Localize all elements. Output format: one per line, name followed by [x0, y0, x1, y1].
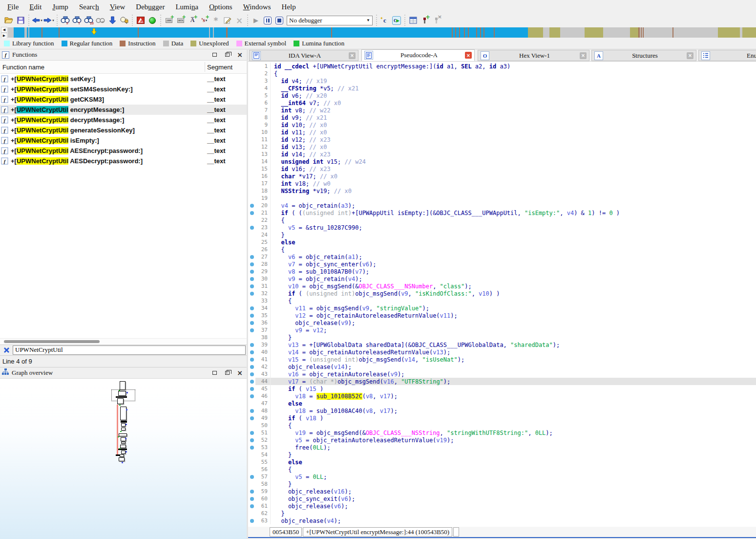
code-line[interactable]: 59 objc_release(v16); [248, 488, 756, 495]
code-line[interactable]: 19 [248, 194, 756, 202]
tab-close-icon[interactable]: × [580, 52, 587, 59]
code-line[interactable]: 25 else [248, 238, 756, 246]
edit-function-icon[interactable] [222, 15, 233, 26]
code-line[interactable]: 24 } [248, 231, 756, 238]
function-filter-input[interactable] [13, 345, 246, 355]
breakpoint-dot[interactable] [250, 350, 254, 354]
code-line[interactable]: 41 v15 = (unsigned int)objc_msgSend(v14,… [248, 356, 756, 363]
code-line[interactable]: 4 __CFString *v5; // x21 [248, 85, 756, 92]
breakpoint-dot[interactable] [250, 328, 254, 332]
maximize-icon[interactable] [210, 369, 219, 377]
breakpoint-dot[interactable] [250, 409, 254, 413]
tab-structures[interactable]: AStructures× [591, 50, 696, 61]
pseudocode-view[interactable]: 1id __cdecl +[UPWNetCryptUtil encryptMes… [248, 62, 756, 527]
function-row[interactable]: f+[UPWNetCryptUtil decryptMessage:]__tex… [0, 115, 247, 125]
gutter[interactable] [248, 284, 255, 288]
nav-forward-icon[interactable]: ▾ [43, 15, 54, 26]
scrollbar-thumb[interactable] [4, 340, 100, 343]
breakpoint-dot[interactable] [250, 277, 254, 281]
debug-stop-icon[interactable] [274, 15, 285, 26]
code-line[interactable]: 23 v5 = &stru_10287C990; [248, 224, 756, 231]
breakpoint-dot[interactable] [250, 519, 254, 523]
function-row[interactable]: f+[UPWNetCryptUtil setKey:]__text [0, 74, 247, 84]
code-line[interactable]: 53 free(0LL); [248, 444, 756, 451]
graph-overview-minimap[interactable] [0, 379, 247, 539]
tab-ida-view-a[interactable]: IDA View-A× [249, 50, 358, 61]
code-line[interactable]: 26 { [248, 246, 756, 253]
code-line[interactable]: 10 id v11; // x0 [248, 129, 756, 136]
code-line[interactable]: 47 else [248, 400, 756, 407]
breakpoint-dot[interactable] [250, 343, 254, 347]
tab-hex-view-1[interactable]: OHex View-1× [478, 50, 589, 61]
menu-lumina[interactable]: Lumina [170, 1, 204, 13]
gutter[interactable] [248, 211, 255, 215]
menu-help[interactable]: Help [276, 1, 301, 13]
debugger-select[interactable]: No debugger▼ [287, 16, 373, 25]
code-line[interactable]: 18 NSString *v19; // x0 [248, 187, 756, 194]
code-line[interactable]: 42 objc_release(v14); [248, 363, 756, 370]
tab-close-icon[interactable]: × [349, 52, 356, 59]
breakpoint-dot[interactable] [250, 314, 254, 318]
breakpoint-dot[interactable] [250, 284, 254, 288]
breakpoint-dot[interactable] [250, 211, 254, 215]
code-line[interactable]: 14 unsigned int v15; // w24 [248, 158, 756, 165]
function-row[interactable]: f+[UPWNetCryptUtil encryptMessage:]__tex… [0, 105, 247, 115]
breakpoint-dot[interactable] [250, 262, 254, 266]
gutter[interactable] [248, 328, 255, 332]
menu-windows[interactable]: Windows [238, 1, 276, 13]
breakpoint-dot[interactable] [250, 365, 254, 369]
code-line[interactable]: 31 v10 = objc_msgSend(&OBJC_CLASS___NSNu… [248, 282, 756, 290]
code-line[interactable]: 46 v18 = sub_10108B52C(v8, v17); [248, 392, 756, 400]
breakpoint-dot[interactable] [250, 380, 254, 384]
gutter[interactable] [248, 226, 255, 230]
highlight-lock-icon[interactable] [119, 15, 129, 26]
code-line[interactable]: 62 } [248, 510, 756, 517]
gutter[interactable] [248, 343, 255, 347]
breakpoint-dot[interactable] [250, 446, 254, 450]
attach-process-icon[interactable]: c✦ [379, 15, 390, 26]
code-line[interactable]: 22 { [248, 216, 756, 224]
code-line[interactable]: 51 v19 = objc_msgSend(&OBJC_CLASS___NSSt… [248, 429, 756, 436]
breakpoint-dot[interactable] [250, 292, 254, 296]
breakpoint-dot[interactable] [250, 490, 254, 494]
function-row[interactable]: f+[UPWNetCryptUtil getCKSM3]__text [0, 94, 247, 105]
gutter[interactable] [248, 504, 255, 508]
gutter[interactable] [248, 314, 255, 318]
breakpoint-dot[interactable] [250, 387, 254, 391]
search-address-icon[interactable]: # [60, 15, 71, 26]
breakpoint-dot[interactable] [250, 306, 254, 310]
code-line[interactable]: 48 v18 = sub_10108AC40(v8, v17); [248, 407, 756, 414]
make-data-icon[interactable]: DATA+ [175, 15, 186, 26]
gutter[interactable] [248, 438, 255, 442]
tab-enums[interactable]: Enums× [698, 50, 756, 61]
menu-debugger[interactable]: Debugger [130, 1, 170, 13]
search-value-icon[interactable]: 101 [84, 15, 94, 26]
code-line[interactable]: 6 __int64 v7; // x0 [248, 99, 756, 107]
gutter[interactable] [248, 416, 255, 420]
tab-close-icon[interactable]: × [465, 52, 472, 59]
maximize-icon[interactable] [210, 51, 219, 59]
code-line[interactable]: 37 v9 = v12; [248, 326, 756, 334]
gutter[interactable] [248, 350, 255, 354]
delete-function-icon[interactable]: × [234, 15, 245, 26]
code-line[interactable]: 27 v6 = objc_retain(a1); [248, 253, 756, 260]
search-text-icon[interactable]: T [72, 15, 83, 26]
nav-back-icon[interactable]: ▾ [32, 15, 42, 26]
gutter[interactable] [248, 270, 255, 274]
code-line[interactable]: 36 objc_release(v9); [248, 319, 756, 326]
breakpoint-dot[interactable] [250, 475, 254, 479]
tab-close-icon[interactable]: × [687, 52, 693, 59]
code-line[interactable]: 63 objc_release(v4); [248, 517, 756, 524]
gutter[interactable] [248, 519, 255, 523]
code-line[interactable]: 35 v12 = objc_retainAutoreleasedReturnVa… [248, 312, 756, 319]
code-line[interactable]: 7 int v8; // w22 [248, 107, 756, 114]
code-line[interactable]: 45 if ( v15 ) [248, 385, 756, 392]
make-code-icon[interactable]: CODE+ [164, 15, 174, 26]
gutter[interactable] [248, 321, 255, 325]
problems-icon[interactable]: A [135, 15, 146, 26]
make-array-icon[interactable]: ’s+▾ [199, 15, 210, 26]
function-row[interactable]: f+[UPWNetCryptUtil AESEncrypt:password:]… [0, 146, 247, 156]
code-line[interactable]: 29 v8 = sub_10108A7B0(v7); [248, 268, 756, 275]
code-line[interactable]: 3 id v4; // x19 [248, 77, 756, 85]
function-row[interactable]: f+[UPWNetCryptUtil generateSessionKey]__… [0, 125, 247, 135]
